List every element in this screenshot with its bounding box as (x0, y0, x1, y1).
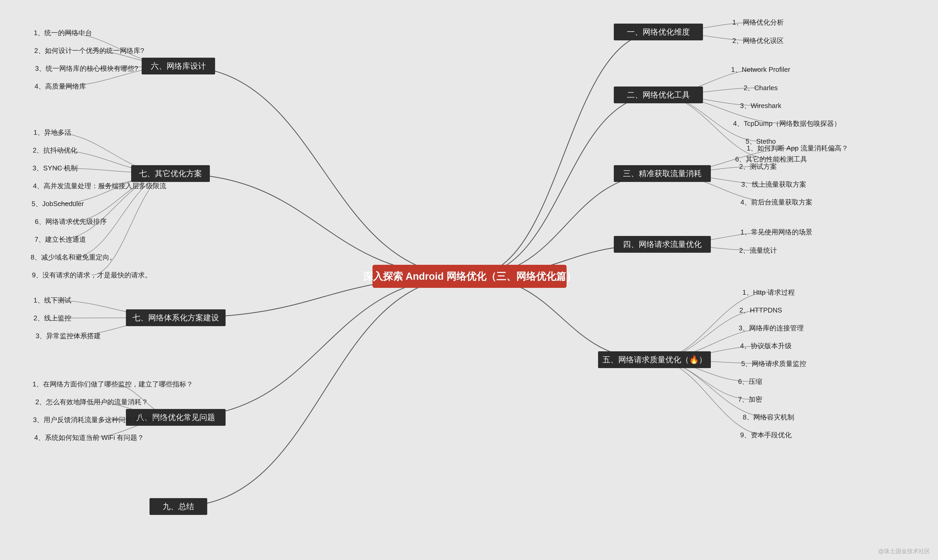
leaf-node-b6-0: 1、统一的网络中台 (24, 26, 102, 39)
leaf-node-b7a-7: 8、减少域名和避免重定向。 (24, 251, 123, 264)
branch-node-b7b: 七、网络体系化方案建设 (126, 309, 226, 326)
branch-node-b9: 九、总结 (149, 498, 207, 515)
branch-node-b6: 六、网络库设计 (142, 58, 215, 74)
leaf-node-b7b-2: 3、异常监控体系搭建 (24, 329, 113, 342)
center-label: 深入探索 Android 网络优化（三、网络优化篇） (363, 270, 576, 283)
leaf-node-b2-2: 3、Wireshark (724, 99, 798, 112)
leaf-node-b7b-0: 1、线下测试 (24, 294, 81, 307)
leaf-node-b3-1: 2、测试方案 (729, 160, 787, 173)
watermark: @珠土国金技术社区 (878, 548, 930, 555)
branch-node-b5: 五、网络请求质量优化（🔥） (598, 351, 711, 368)
leaf-node-b7a-0: 1、异地多活 (24, 126, 81, 139)
leaf-node-b6-1: 2、如何设计一个优秀的统一网络库? (24, 44, 155, 57)
leaf-node-b3-0: 1、如何判断 App 流量消耗偏高？ (729, 142, 866, 155)
leaf-node-b5-6: 7、加密 (729, 393, 771, 406)
leaf-node-b5-3: 4、协议版本升级 (729, 339, 802, 352)
leaf-node-b7a-1: 2、抗抖动优化 (24, 144, 86, 157)
leaf-node-b1-1: 2、网络优化误区 (724, 34, 792, 47)
leaf-node-b8-3: 4、系统如何知道当前 WiFi 有问题？ (24, 431, 155, 444)
leaf-node-b5-8: 9、资本手段优化 (729, 428, 802, 442)
leaf-node-b7a-2: 3、SYNC 机制 (24, 162, 86, 175)
leaf-node-b4-0: 1、常见使用网络的场景 (729, 225, 824, 238)
leaf-node-b7a-5: 6、网络请求优先级排序 (24, 215, 118, 228)
branch-node-b1: 一、网络优化维度 (614, 24, 703, 40)
leaf-node-b6-3: 4、高质量网络库 (24, 80, 97, 93)
leaf-node-b8-0: 1、在网络方面你们做了哪些监控，建立了哪些指标？ (24, 377, 202, 391)
leaf-node-b2-0: 1、Network Profiler (724, 63, 798, 76)
leaf-node-b7a-3: 4、高并发流量处理：服务端接入层多级限流 (24, 179, 176, 192)
leaf-node-b6-2: 3、统一网络库的核心模块有哪些? (24, 62, 149, 75)
leaf-node-b5-2: 3、网络库的连接管理 (729, 322, 813, 335)
leaf-node-b5-4: 5、网络请求质量监控 (729, 357, 818, 370)
leaf-node-b5-5: 6、压缩 (729, 375, 771, 388)
leaf-node-b3-3: 4、前后台流量获取方案 (729, 195, 824, 209)
leaf-node-b4-1: 2、流量统计 (729, 244, 787, 257)
leaf-node-b2-1: 2、Charles (724, 81, 798, 94)
leaf-node-b1-0: 1、网络优化分析 (724, 16, 792, 29)
leaf-node-b7a-8: 9、没有请求的请求，才是最快的请求。 (24, 268, 160, 282)
branch-node-b3: 三、精准获取流量消耗 (614, 165, 711, 182)
leaf-node-b5-0: 1、Http 请求过程 (729, 286, 808, 299)
leaf-node-b3-2: 3、线上流量获取方案 (729, 178, 818, 191)
leaf-node-b5-7: 8、网络容灾机制 (729, 411, 808, 424)
branch-node-b4: 四、网络请求流量优化 (614, 236, 711, 253)
leaf-node-b8-2: 3、用户反馈消耗流量多这种问题怎么排查？ (24, 413, 176, 426)
leaf-node-b7a-4: 5、JobScheduler (24, 197, 92, 210)
mindmap-container: 深入探索 Android 网络优化（三、网络优化篇） 一、网络优化维度1、网络优… (0, 0, 938, 560)
branch-node-b2: 二、网络优化工具 (614, 86, 703, 103)
leaf-node-b5-1: 2、HTTPDNS (729, 304, 792, 317)
center-node: 深入探索 Android 网络优化（三、网络优化篇） (373, 265, 567, 288)
leaf-node-b7a-6: 7、建立长连通道 (24, 233, 97, 246)
leaf-node-b2-3: 4、TcpDump（网络数据包嗅探器） (724, 117, 850, 130)
leaf-node-b8-1: 2、怎么有效地降低用户的流量消耗？ (24, 395, 160, 408)
leaf-node-b7b-1: 2、线上监控 (24, 311, 81, 325)
